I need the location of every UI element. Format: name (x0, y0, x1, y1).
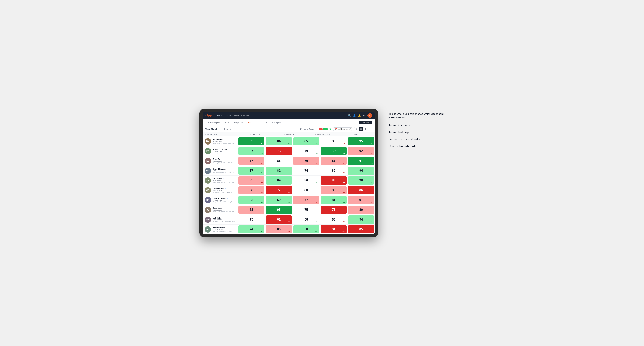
metric-cell-1-3[interactable]: 10315▲ (320, 147, 347, 155)
table-row[interactable]: ANAaron Nicholls11-15 HandicapDrift Golf… (203, 224, 375, 234)
metric-cell-5-0[interactable]: 833▼ (238, 186, 264, 194)
metric-cell-4-0[interactable]: 853▼ (238, 176, 264, 184)
metric-cell-9-3[interactable]: 8421▲ (320, 225, 347, 233)
metric-cell-3-2[interactable]: 741▲ (293, 167, 320, 175)
metric-cell-8-2[interactable]: 584▲ (293, 215, 320, 224)
search-icon[interactable]: 🔍 (348, 114, 351, 117)
metric-cell-0-1[interactable]: 846▲ (266, 137, 292, 145)
column-header-putting[interactable]: Putting ▾ (340, 133, 375, 135)
metric-cell-2-0[interactable]: 873▼ (238, 157, 264, 165)
nav-bar: clippd Home Teams My Performance 🔍 👤 🔔 ⚙… (203, 112, 375, 119)
column-header-approach[interactable]: Approach ▾ (272, 133, 306, 135)
table-row[interactable]: CQCharlie Quick✓6-10 HandicapSt. George'… (203, 185, 375, 195)
table-row[interactable]: DFDavid Ford✓Plus HandicapRoyal North De… (203, 176, 375, 185)
nav-link-myperformance[interactable]: My Performance (234, 114, 249, 117)
metric-cell-6-1[interactable]: 602▲ (266, 196, 292, 204)
last-rounds-button[interactable]: 📅 Last Rounds: 20 (333, 127, 352, 131)
metric-cell-5-1[interactable]: 7714▼ (266, 186, 292, 194)
metric-value: 79 (304, 149, 308, 153)
metric-change: 4▲ (316, 221, 318, 223)
metric-cell-9-0[interactable]: 748▲ (238, 225, 264, 233)
metric-cell-7-0[interactable]: 813▼ (238, 206, 264, 214)
add-team-button[interactable]: Add Team (359, 121, 372, 124)
metric-cell-1-4[interactable]: 923▼ (348, 147, 374, 155)
metric-cell-3-3[interactable]: 853▼ (320, 167, 347, 175)
table-row[interactable]: CRChris Robertson✓1-5 HandicapCraigmilla… (203, 195, 375, 205)
metric-cell-2-2[interactable]: 753▼ (293, 157, 320, 165)
tab-allplayers[interactable]: All Players (269, 119, 283, 126)
player-cell-6: CRChris Robertson✓1-5 HandicapCraigmilla… (203, 195, 238, 205)
metric-cell-1-1[interactable]: 7311▼ (266, 147, 292, 155)
table-row[interactable]: DBDave Billingham1-5 HandicapGog Magog G… (203, 166, 375, 176)
settings-icon[interactable]: ⚙ (363, 114, 366, 117)
metric-cell-5-3[interactable]: 836▼ (320, 186, 347, 194)
metric-cell-4-2[interactable]: 803▲ (293, 176, 320, 184)
metric-cell-7-2[interactable]: 752▲ (293, 206, 320, 214)
column-header-offtee[interactable]: Off the Tee ▾ (238, 133, 272, 135)
tab-hcaps[interactable]: Hcaps 1-5 (231, 119, 245, 126)
view-download-btn[interactable]: ↓ (368, 127, 372, 131)
table-row[interactable]: BMBlair McHargPlus HandicapRoyal North D… (203, 137, 375, 146)
tab-teamclippd[interactable]: Team Clippd (245, 119, 260, 126)
metric-cell-7-1[interactable]: 958▲ (266, 206, 292, 214)
metric-cell-3-1[interactable]: 824▲ (266, 167, 292, 175)
user-icon[interactable]: 👤 (353, 114, 356, 117)
metric-cell-0-0[interactable]: 939▲ (238, 137, 264, 145)
metric-cell-7-4[interactable]: 892▼ (348, 206, 374, 214)
metric-cell-6-0[interactable]: 823▲ (238, 196, 264, 204)
view-grid-btn[interactable]: ⊞ (354, 127, 358, 131)
column-header-around[interactable]: Around the Green ▾ (306, 133, 340, 135)
metric-cell-4-4[interactable]: 963▲ (348, 176, 374, 184)
tab-pgat[interactable]: PGAT Players (206, 119, 222, 126)
metric-cell-6-2[interactable]: 773▼ (293, 196, 320, 204)
metric-cell-9-1[interactable]: 601▼ (266, 225, 292, 233)
column-header-player[interactable]: Player Quality ▾ (203, 133, 238, 135)
view-table-btn[interactable]: ▤ (359, 127, 363, 131)
metric-cell-3-4[interactable]: 941▲ (348, 167, 374, 175)
player-club: Woburn Golf Club, United Kingdom (213, 221, 235, 222)
metric-value: 81 (332, 198, 336, 202)
metric-cell-1-0[interactable]: 871▲ (238, 147, 264, 155)
metric-cell-0-2[interactable]: 858▲ (293, 137, 320, 145)
table-row[interactable]: ECEdward Crossman1-5 HandicapSunningdale… (203, 146, 375, 156)
metric-cell-1-2[interactable]: 799▲ (293, 147, 320, 155)
edit-icon[interactable]: ✏ (233, 128, 234, 130)
metric-cell-5-4[interactable]: 868▼ (348, 186, 374, 194)
table-row[interactable]: JCJosh Coles1-5 HandicapRoyal North Devo… (203, 205, 375, 215)
metric-cell-4-1[interactable]: 897▲ (266, 176, 292, 184)
metric-cell-0-4[interactable]: 959▲ (348, 137, 374, 145)
avatar[interactable]: U (368, 113, 372, 118)
metric-cell-8-3[interactable]: 882▼ (320, 215, 347, 224)
metric-cell-2-1[interactable]: 88 (266, 157, 292, 165)
view-list-btn[interactable]: ☰ (363, 127, 368, 131)
metric-cell-2-4[interactable]: 975▲ (348, 157, 374, 165)
metric-change: 6▼ (343, 162, 346, 164)
metric-cell-5-2[interactable]: 801▲ (293, 186, 320, 194)
table-row[interactable]: MMMatt Miller6-10 HandicapWoburn Golf Cl… (203, 215, 375, 224)
metric-cell-7-3[interactable]: 7111▼ (320, 206, 347, 214)
metric-cell-0-3[interactable]: 881▼ (320, 137, 347, 145)
round-change-pos: +5 (329, 128, 331, 130)
tab-tour[interactable]: Tour (260, 119, 269, 126)
metric-change: 2▲ (288, 201, 290, 203)
metric-cell-8-0[interactable]: 75 (238, 215, 264, 224)
metric-cell-8-1[interactable]: 613▼ (266, 215, 292, 224)
metric-cell-3-0[interactable]: 874▲ (238, 167, 264, 175)
metric-cell-9-2[interactable]: 5810▲ (293, 225, 320, 233)
nav-link-teams[interactable]: Teams (225, 114, 231, 117)
metric-cell-2-3[interactable]: 866▼ (320, 157, 347, 165)
bar-green (323, 128, 328, 130)
metric-value: 74 (250, 227, 253, 231)
team-name: Team Clippd (206, 128, 217, 130)
metric-cell-6-3[interactable]: 814▲ (320, 196, 347, 204)
metric-value: 84 (332, 227, 336, 231)
metric-cell-9-4[interactable]: 854▼ (348, 225, 374, 233)
tab-pga[interactable]: PGA (222, 119, 231, 126)
nav-link-home[interactable]: Home (217, 114, 222, 117)
table-row[interactable]: EEElliot Ebert1-5 HandicapSunningdale Go… (203, 156, 375, 166)
metric-cell-4-3[interactable]: 8310▼ (320, 176, 347, 184)
bell-icon[interactable]: 🔔 (358, 114, 361, 117)
metric-cell-8-4[interactable]: 943▲ (348, 215, 374, 224)
metric-change: 1▲ (316, 192, 318, 193)
metric-cell-6-4[interactable]: 913▼ (348, 196, 374, 204)
